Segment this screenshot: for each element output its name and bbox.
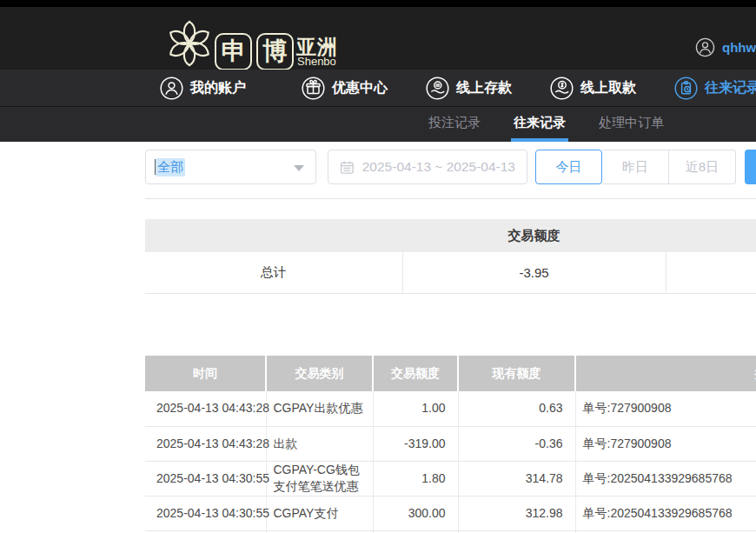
category-dropdown[interactable]: 全部	[145, 150, 316, 184]
nav-label: 线上存款	[456, 79, 512, 97]
cell-type: CGPAY支付	[266, 496, 373, 530]
account-icon	[160, 77, 183, 100]
user-account-area[interactable]: qhhw	[695, 37, 756, 57]
cell-summary: 单号:202504133929685768	[575, 461, 756, 496]
col-header-type: 交易类别	[266, 356, 373, 391]
chevron-down-icon	[294, 165, 304, 171]
nav-item-online-deposit[interactable]: 线上存款	[426, 70, 512, 106]
nav-label: 线上取款	[580, 79, 636, 97]
date-range-input[interactable]: 2025-04-13 ~ 2025-04-13	[328, 150, 527, 184]
quick-date-button-group: 今日 昨日 近8日	[535, 150, 736, 184]
col-header-time: 时间	[145, 356, 266, 391]
logo-char-box-2: 博	[256, 33, 294, 70]
tab-betting-records[interactable]: 投注记录	[426, 107, 483, 142]
cell-amount: -319.00	[373, 426, 458, 461]
logo-char-box-1: 申	[215, 33, 252, 70]
nav-item-online-withdraw[interactable]: 线上取款	[550, 70, 636, 106]
last-8-days-button[interactable]: 近8日	[669, 150, 736, 184]
cell-amount: 300.00	[373, 496, 458, 530]
nav-item-promo-center[interactable]: 优惠中心	[302, 70, 388, 106]
nav-label: 我的账户	[190, 79, 246, 97]
cell-summary: 单号:202504133929685768	[575, 496, 756, 530]
tab-transaction-records[interactable]: 往来记录	[511, 107, 568, 142]
summary-header-row: 交易额度	[145, 219, 756, 252]
nav-item-transaction-records[interactable]: 往来记录	[674, 70, 756, 106]
cell-time: 2025-04-13 04:43:28	[145, 426, 266, 461]
section-divider	[145, 198, 756, 199]
summary-table: 交易额度 总计 -3.95	[145, 219, 756, 294]
cell-balance: 0.63	[458, 391, 575, 426]
logo-subtext: Shenbo	[297, 55, 336, 68]
calendar-icon	[340, 160, 355, 175]
records-header-row: 时间 交易类别 交易额度 现有额度 摘要	[145, 356, 756, 391]
col-header-summary: 摘要	[575, 356, 756, 391]
records-icon	[674, 77, 698, 100]
summary-total-value: -3.95	[402, 252, 666, 293]
username-label[interactable]: qhhw	[722, 40, 756, 55]
user-avatar-icon	[695, 37, 715, 57]
transaction-records-page: 申 博 亚洲 Shenbo qhhw 我的账户	[0, 0, 756, 533]
summary-total-label: 总计	[145, 252, 402, 293]
nav-label: 优惠中心	[332, 79, 388, 97]
withdraw-icon	[550, 77, 574, 100]
table-row: 2025-04-13 04:43:28 CGPAY出款优惠 1.00 0.63 …	[145, 391, 756, 426]
tab-processing-orders[interactable]: 处理中订单	[596, 107, 666, 142]
cell-amount: 1.00	[373, 391, 458, 426]
table-row: 2025-04-13 04:30:55 CGPAY支付 300.00 312.9…	[145, 496, 756, 530]
cell-summary: 单号:727900908	[575, 391, 756, 426]
summary-total-row: 总计 -3.95	[145, 252, 756, 293]
cell-balance: 312.98	[458, 496, 575, 530]
records-table: 时间 交易类别 交易额度 现有额度 摘要 2025-04-13 04:43:28…	[145, 356, 756, 533]
top-black-strip	[0, 0, 756, 7]
cell-balance: -0.36	[458, 426, 575, 461]
nav-item-my-account[interactable]: 我的账户	[160, 70, 246, 106]
summary-header-amount: 交易额度	[402, 219, 666, 252]
date-range-value: 2025-04-13 ~ 2025-04-13	[362, 159, 515, 175]
cell-type: CGPAY出款优惠	[266, 391, 373, 426]
nav-label: 往来记录	[705, 79, 756, 97]
main-navigation: 我的账户 优惠中心 线上存款	[0, 70, 756, 106]
cell-type: 出款	[266, 426, 373, 461]
col-header-amount: 交易额度	[373, 356, 458, 391]
cell-amount: 1.80	[373, 461, 458, 496]
cell-type: CGPAY-CG钱包支付笔笔送优惠	[266, 461, 373, 496]
cell-time: 2025-04-13 04:30:55	[145, 461, 266, 496]
category-dropdown-value: 全部	[156, 158, 185, 177]
table-row: 2025-04-13 04:43:28 出款 -319.00 -0.36 单号:…	[145, 426, 756, 461]
col-header-balance: 现有额度	[458, 356, 575, 391]
site-header: 申 博 亚洲 Shenbo qhhw	[0, 7, 756, 70]
yesterday-button[interactable]: 昨日	[602, 150, 669, 184]
summary-header-empty	[666, 219, 756, 252]
flower-logo-icon	[164, 18, 215, 69]
deposit-icon	[426, 77, 449, 100]
subnav-tabs: 投注记录 往来记录 处理中订单	[426, 107, 666, 142]
summary-empty-cell	[666, 252, 756, 293]
cell-balance: 314.78	[458, 461, 575, 496]
today-button[interactable]: 今日	[535, 150, 602, 184]
cell-time: 2025-04-13 04:30:55	[145, 496, 266, 530]
cell-time: 2025-04-13 04:43:28	[145, 391, 266, 426]
search-button[interactable]	[745, 150, 756, 184]
sub-navigation: 投注记录 往来记录 处理中订单	[0, 106, 756, 142]
table-row: 2025-04-13 04:30:55 CGPAY-CG钱包支付笔笔送优惠 1.…	[145, 461, 756, 496]
cell-summary: 单号:727900908	[575, 426, 756, 461]
summary-header-empty	[145, 219, 402, 252]
promo-icon	[302, 77, 325, 100]
